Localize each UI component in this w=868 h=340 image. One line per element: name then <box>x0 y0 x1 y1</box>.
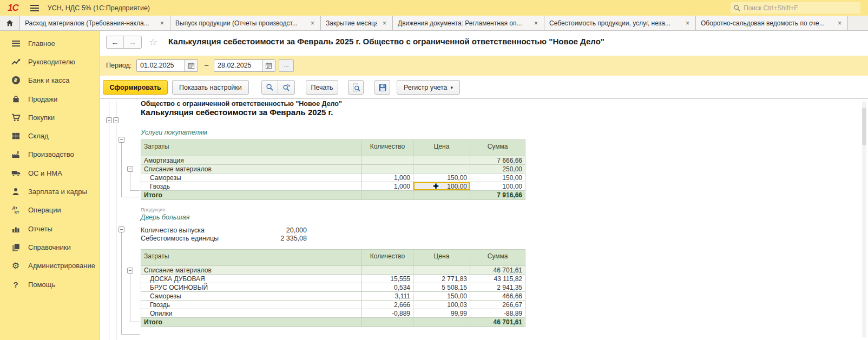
section1-group-title[interactable]: Услуги покупателям <box>141 129 207 136</box>
info-row: Количество выпуска 20,000 <box>141 226 307 234</box>
collapse-icon[interactable] <box>106 117 112 123</box>
col-header-expense[interactable]: Затраты <box>141 250 362 266</box>
sidebar-item-otchety[interactable]: Отчеты <box>0 219 100 238</box>
period-label: Период: <box>106 62 131 69</box>
sidebar-item-operacii[interactable]: ДтКт Операции <box>0 201 100 219</box>
tab-zakrytie-mesyaca[interactable]: Закрытие месяца × <box>321 16 393 30</box>
ruble-icon: ₽ <box>12 76 20 84</box>
cursor-cross-icon: ✚ <box>433 182 439 190</box>
close-icon[interactable]: × <box>382 19 387 27</box>
collapse-icon[interactable] <box>119 226 124 232</box>
person-icon <box>10 188 22 196</box>
gear-icon: ⚙ <box>12 262 19 270</box>
bag-icon <box>10 95 22 103</box>
sidebar-item-prodazhi[interactable]: Продажи <box>0 90 100 108</box>
collapse-icon[interactable] <box>119 137 124 143</box>
search-icon <box>733 4 741 12</box>
period-to-value[interactable]: 28.02.2025 <box>214 60 262 71</box>
tab-vypusk-produkcii[interactable]: Выпуск продукции (Отчеты производст... × <box>170 16 321 30</box>
period-dash: – <box>205 61 208 69</box>
home-tab[interactable] <box>0 16 20 30</box>
favorite-star-icon[interactable]: ☆ <box>149 36 157 48</box>
sidebar-item-pokupki[interactable]: Покупки <box>0 108 100 126</box>
period-from-value[interactable]: 01.02.2025 <box>137 60 185 71</box>
close-icon[interactable]: × <box>533 19 539 27</box>
group-tree-line <box>121 334 140 335</box>
group-tree-line <box>109 101 109 340</box>
costs-table-products: Затраты Количество Цена Сумма Списание м… <box>141 249 525 327</box>
selected-cell[interactable]: ✚ 100,00 <box>413 182 470 191</box>
tab-sebestoimost-produkcii[interactable]: Себестоимость продукции, услуг, неза... … <box>544 16 696 30</box>
sidebar-item-zarplata-i-kadry[interactable]: Зарплата и кадры <box>0 182 100 201</box>
main-menu-icon[interactable] <box>30 5 39 11</box>
vertical-scrollbar[interactable] <box>862 101 866 338</box>
print-preview-button[interactable] <box>348 80 364 95</box>
table-row: БРУС ОСИНОВЫЙ 0,534 5 508,15 2 941,35 <box>141 283 525 292</box>
page-title: Калькуляция себестоимости за Февраль 202… <box>168 37 604 46</box>
menu-lines-icon <box>12 41 20 46</box>
scrollbar-thumb[interactable] <box>862 108 866 145</box>
group-tree-line <box>130 190 140 191</box>
report-toolbar: Сформировать Показать настройки Печать Р… <box>100 76 868 98</box>
table-row: Списание материалов 46 701,61 <box>141 266 525 275</box>
close-icon[interactable]: × <box>310 19 315 27</box>
home-icon <box>5 19 14 27</box>
save-floppy-icon <box>378 83 387 92</box>
table-row: Списание материалов 250,00 <box>141 165 525 174</box>
period-to-field[interactable]: 28.02.2025 <box>214 59 275 72</box>
calendar-icon[interactable] <box>185 60 198 71</box>
print-button[interactable]: Печать <box>306 80 338 95</box>
collapse-icon[interactable] <box>127 268 133 274</box>
group-tree-line <box>130 322 140 322</box>
total-row: Итого 46 701,61 <box>141 318 525 327</box>
col-header-price[interactable]: Цена <box>413 140 470 156</box>
sidebar-item-pomosch[interactable]: ? Помощь <box>0 275 100 294</box>
section2-group-title[interactable]: Дверь большая <box>141 214 189 221</box>
trend-chart-icon <box>10 58 22 65</box>
chevron-down-icon: ▾ <box>451 85 453 90</box>
back-button[interactable]: ← <box>107 36 124 48</box>
find-next-button[interactable] <box>278 81 294 94</box>
col-header-sum[interactable]: Сумма <box>470 140 525 156</box>
history-nav: ← → <box>106 36 142 49</box>
sidebar-item-proizvodstvo[interactable]: Производство <box>0 145 100 164</box>
table-row: Амортизация 7 666,66 <box>141 156 525 165</box>
app-title: УСН, НДС 5% (1С:Предприятие) <box>48 4 150 12</box>
table-row: Гвоздь 2,666 100,03 266,67 <box>141 301 525 309</box>
col-header-qty[interactable]: Количество <box>362 140 413 156</box>
save-button[interactable] <box>374 80 390 95</box>
table-row: Саморезы 1,000 150,00 150,00 <box>141 174 525 182</box>
global-search-input[interactable]: Поиск Ctrl+Shift+F <box>731 2 860 14</box>
period-more-button[interactable]: ... <box>279 59 294 72</box>
table-row: ДОСКА ДУБОВАЯ 15,555 2 771,83 43 115,82 <box>141 275 525 283</box>
col-header-expense[interactable]: Затраты <box>141 140 362 156</box>
register-dropdown-button[interactable]: Регистр учета ▾ <box>397 80 460 95</box>
calendar-icon[interactable] <box>262 60 275 71</box>
col-header-sum[interactable]: Сумма <box>470 250 525 266</box>
find-button[interactable] <box>262 81 278 94</box>
generate-button[interactable]: Сформировать <box>103 80 168 95</box>
tab-raskhod-materialov[interactable]: Расход материалов (Требования-накла... × <box>20 16 170 30</box>
forward-button[interactable]: → <box>124 36 141 48</box>
sidebar-item-sklad[interactable]: Склад <box>0 126 100 145</box>
warehouse-boxes-icon <box>10 132 22 140</box>
sidebar-item-rukovoditelyu[interactable]: Руководителю <box>0 52 100 71</box>
sidebar-item-administrirovanie[interactable]: ⚙ Администрирование <box>0 257 100 275</box>
collapse-icon[interactable] <box>113 117 119 123</box>
sidebar-item-spravochniki[interactable]: Справочники <box>0 238 100 256</box>
show-settings-button[interactable]: Показать настройки <box>172 80 249 95</box>
sidebar-item-bank-i-kassa[interactable]: ₽ Банк и касса <box>0 71 100 90</box>
close-icon[interactable]: × <box>685 19 691 27</box>
col-header-price[interactable]: Цена <box>413 250 470 266</box>
close-icon[interactable]: × <box>159 19 165 27</box>
sidebar-item-glavnoe[interactable]: Главное <box>0 34 100 52</box>
collapse-icon[interactable] <box>127 166 133 172</box>
tab-oborotno-saldovaya[interactable]: Оборотно-сальдовая ведомость по сче... × <box>696 16 848 30</box>
sidebar-item-os-i-nma[interactable]: ОС и НМА <box>0 164 100 182</box>
close-icon[interactable]: × <box>837 19 843 27</box>
tab-dvizheniya-dokumenta[interactable]: Движения документа: Регламентная оп... × <box>393 16 544 30</box>
col-header-qty[interactable]: Количество <box>362 250 413 266</box>
main-area: ← → ☆ Калькуляция себестоимости за Февра… <box>100 31 868 340</box>
period-from-field[interactable]: 01.02.2025 <box>136 59 198 72</box>
section-sidebar: Главное Руководителю ₽ Банк и касса Прод… <box>0 31 100 340</box>
